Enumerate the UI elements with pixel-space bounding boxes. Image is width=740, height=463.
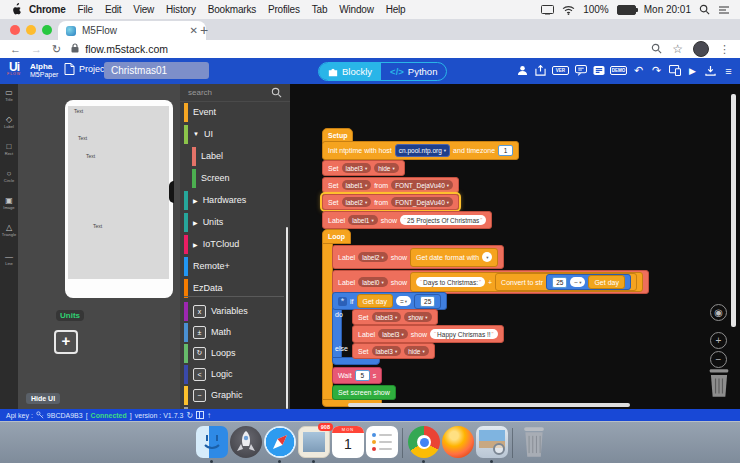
zoom-out-button[interactable]: − [710,351,727,368]
tool-triangle[interactable]: △Triangle [0,223,18,237]
menubar-item-view[interactable]: View [133,4,154,15]
control-center-icon[interactable] [718,5,730,15]
label3-dropdown[interactable]: label3▾ [342,163,372,173]
menubar-clock[interactable]: Mon 20:01 [644,4,691,15]
set-label2-font-block[interactable]: Set label2▾ from FONT_DejaVu40▾ [322,194,459,210]
screen-label[interactable]: Text [93,223,102,229]
center-blocks-button[interactable]: ◉ [710,304,727,321]
url-text[interactable]: flow.m5stack.com [85,43,168,55]
grid-icon[interactable] [196,411,204,419]
label3-show-happy-block[interactable]: Label label3▾ show “Happy Chrismas !!” [352,325,504,343]
dock-mail-icon[interactable]: 908 [298,426,330,458]
label2-show-date-block[interactable]: Label label2▾ show Get date format with … [332,245,504,269]
device-manager-icon[interactable] [668,65,681,76]
display-icon[interactable] [541,5,554,15]
font-dropdown[interactable]: FONT_DejaVu40▾ [391,180,453,190]
dock-preview-icon[interactable] [476,426,508,458]
browser-menu-icon[interactable]: ⋮ [719,43,730,56]
menu-icon[interactable]: ≡ [722,65,735,77]
menubar-item-help[interactable]: Help [386,4,406,15]
palette-item-ui[interactable]: ▼UI [180,124,290,144]
add-unit-button[interactable]: + [54,330,78,354]
label1-dropdown[interactable]: label1▾ [342,180,372,190]
compare-dropdown[interactable]: =▾ [396,296,411,306]
dock-safari-icon[interactable] [264,426,296,458]
get-day-block[interactable]: Get day [357,294,394,308]
date-format-dropdown[interactable]: ▾ [482,252,492,262]
zoom-in-button[interactable]: + [710,332,727,349]
canvas-horizontal-scrollbar[interactable] [348,403,630,407]
tab-blockly[interactable]: Blockly [319,63,381,80]
spotlight-search-icon[interactable] [699,4,710,15]
dock-firefox-icon[interactable] [442,426,474,458]
subtract-block[interactable]: 25 −▾ Get day [546,274,631,290]
palette-item-logic[interactable]: <Logic [180,364,290,384]
number-field[interactable]: 25 [420,296,435,307]
apple-logo-icon[interactable] [10,3,21,16]
menubar-item-window[interactable]: Window [339,4,373,15]
wifi-icon[interactable] [562,5,575,15]
version-icon[interactable]: VER [552,66,569,75]
operator-dropdown[interactable]: −▾ [570,277,585,287]
set-screen-show-block[interactable]: Set screen show [332,385,396,400]
set-label1-font-block[interactable]: Set label1▾ from FONT_DejaVu40▾ [322,177,459,193]
label3-dropdown[interactable]: label3▾ [372,312,402,322]
show-dropdown[interactable]: show▾ [404,312,431,322]
window-minimize-button[interactable] [26,25,36,35]
trash-icon[interactable] [705,368,733,398]
bookmark-star-icon[interactable]: ☆ [672,42,683,56]
palette-item-iotcloud[interactable]: ▶IoTCloud [180,234,290,254]
browser-tab[interactable]: M5Flow ✕ [58,21,206,40]
label3-dropdown[interactable]: label3▾ [372,346,402,356]
if-block-header[interactable]: * if Get day =▾ 25 [332,292,447,310]
reload-icon[interactable]: ↻ [52,43,61,56]
palette-search[interactable]: search [180,84,290,102]
number-block[interactable]: 25 [414,294,441,309]
menubar-item-history[interactable]: History [166,4,196,15]
label0-dropdown[interactable]: label0▾ [358,277,388,287]
palette-item-screen[interactable]: Screen [180,168,298,188]
refresh-icon[interactable]: ↻ [186,411,193,420]
m5paper-device[interactable]: Text Text Text Text [65,100,173,298]
set-label3-hide-block[interactable]: Set label3▾ hide▾ [322,160,405,176]
init-ntptime-block[interactable]: Init ntptime with host cn.pool.ntp.org▾ … [322,141,519,160]
convert-to-str-block[interactable]: Convert to str 25 −▾ Get day [495,273,637,291]
string-field[interactable]: “Happy Chrismas !!” [430,329,497,339]
feedback-icon[interactable] [574,65,587,76]
set-label3-show-block[interactable]: Set label3▾ show▾ [352,309,438,325]
mutator-gear-icon[interactable]: * [338,297,347,306]
string-field[interactable]: “25 Projects Of Christmas” [400,215,486,225]
screen-label[interactable]: Text [86,153,95,159]
wait-block[interactable]: Wait 5 s [332,367,382,384]
tab-python[interactable]: </> Python [381,63,446,80]
download-icon[interactable] [704,65,717,76]
menubar-item-bookmarks[interactable]: Bookmarks [208,4,256,15]
string-concat-block[interactable]: “Days to Christmas:” + Convert to str 25… [410,272,643,292]
padlock-icon[interactable] [71,43,79,55]
device-screen[interactable]: Text Text Text Text [68,106,169,279]
redo-icon[interactable]: ↷ [650,64,663,77]
ntp-host-dropdown[interactable]: cn.pool.ntp.org▾ [395,144,450,157]
label1-show-block[interactable]: Label label1▾ show “25 Projects Of Chris… [322,211,492,229]
tool-circle[interactable]: ○Circle [0,169,18,183]
label2-dropdown[interactable]: label2▾ [358,252,388,262]
timezone-field[interactable]: 1 [498,145,513,156]
string-field[interactable]: “Days to Christmas:” [416,277,485,287]
new-tab-button[interactable]: + [200,22,208,38]
tool-title[interactable]: ▭Title [0,88,18,102]
get-day-block[interactable]: Get day [588,275,625,289]
demo-icon[interactable]: DEMO [610,66,627,75]
forward-icon[interactable]: → [31,43,42,55]
tab-close-icon[interactable]: ✕ [190,25,198,36]
undo-icon[interactable]: ↶ [632,64,645,77]
dock-trash-icon[interactable] [518,426,550,458]
get-date-format-block[interactable]: Get date format with ▾ [410,248,498,267]
palette-scrollbar[interactable] [286,227,288,409]
firmware-icon[interactable] [592,65,605,76]
screen-label[interactable]: Text [74,108,83,114]
palette-item-event[interactable]: Event [180,102,290,122]
font-dropdown[interactable]: FONT_DejaVu40▾ [391,197,453,207]
dock-reminders-icon[interactable] [366,426,398,458]
tool-line[interactable]: —Line [0,252,18,266]
upload-icon[interactable]: ↑ [207,411,211,420]
